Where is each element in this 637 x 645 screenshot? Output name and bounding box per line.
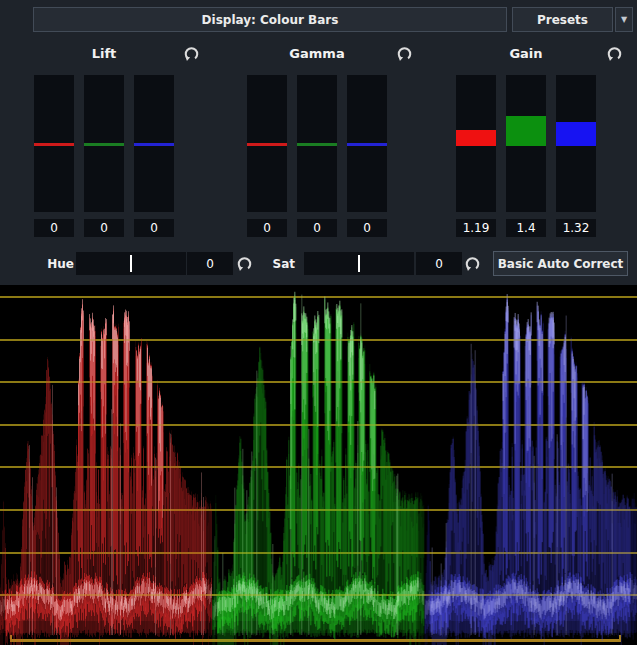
- slider-handle-blue[interactable]: [347, 143, 387, 146]
- gain-green-slider[interactable]: [506, 75, 546, 212]
- basic-auto-correct-label: Basic Auto Correct: [498, 257, 624, 271]
- sat-value[interactable]: 0: [416, 252, 462, 275]
- lift-section-label: Lift: [74, 46, 134, 61]
- slider-handle-green[interactable]: [84, 143, 124, 146]
- gain-blue-value[interactable]: 1.32: [556, 219, 596, 237]
- reset-icon: [396, 45, 413, 62]
- gamma-green-slider[interactable]: [297, 75, 337, 212]
- slider-handle-blue[interactable]: [556, 122, 596, 146]
- slider-handle-red[interactable]: [34, 143, 74, 146]
- basic-auto-correct-button[interactable]: Basic Auto Correct: [493, 251, 628, 276]
- presets-dropdown-button[interactable]: ▼: [615, 7, 633, 32]
- gamma-blue-value[interactable]: 0: [347, 219, 387, 237]
- gain-red-value[interactable]: 1.19: [456, 219, 496, 237]
- gamma-blue-slider[interactable]: [347, 75, 387, 212]
- display-mode-button[interactable]: Display: Colour Bars: [33, 7, 507, 32]
- slider-handle-red[interactable]: [247, 143, 287, 146]
- lift-blue-slider[interactable]: [134, 75, 174, 212]
- sat-label: Sat: [266, 252, 295, 275]
- sat-slider-marker: [358, 255, 360, 272]
- reset-icon: [606, 45, 623, 62]
- waveform-scope: [0, 285, 637, 645]
- lift-red-slider[interactable]: [34, 75, 74, 212]
- lift-reset-button[interactable]: [183, 45, 200, 62]
- gamma-section-label: Gamma: [287, 46, 347, 61]
- gamma-red-slider[interactable]: [247, 75, 287, 212]
- slider-handle-blue[interactable]: [134, 143, 174, 146]
- gain-green-value[interactable]: 1.4: [506, 219, 546, 237]
- presets-label: Presets: [537, 13, 588, 27]
- lift-green-slider[interactable]: [84, 75, 124, 212]
- lift-red-value[interactable]: 0: [34, 219, 74, 237]
- hue-slider[interactable]: [76, 252, 186, 275]
- gamma-reset-button[interactable]: [396, 45, 413, 62]
- reset-icon: [236, 255, 253, 272]
- gain-blue-slider[interactable]: [556, 75, 596, 212]
- display-mode-label: Display: Colour Bars: [202, 13, 339, 27]
- gain-red-slider[interactable]: [456, 75, 496, 212]
- presets-button[interactable]: Presets: [512, 7, 613, 32]
- gain-reset-button[interactable]: [606, 45, 623, 62]
- gamma-green-value[interactable]: 0: [297, 219, 337, 237]
- lift-blue-value[interactable]: 0: [134, 219, 174, 237]
- sat-reset-button[interactable]: [464, 255, 481, 272]
- hue-label: Hue: [40, 252, 74, 275]
- slider-handle-red[interactable]: [456, 130, 496, 146]
- reset-icon: [183, 45, 200, 62]
- hue-value[interactable]: 0: [187, 252, 233, 275]
- chevron-down-icon: ▼: [621, 15, 627, 24]
- waveform-canvas: [0, 285, 637, 645]
- slider-handle-green[interactable]: [506, 116, 546, 146]
- lift-green-value[interactable]: 0: [84, 219, 124, 237]
- hue-slider-marker: [130, 255, 132, 272]
- gain-section-label: Gain: [496, 46, 556, 61]
- reset-icon: [464, 255, 481, 272]
- gamma-red-value[interactable]: 0: [247, 219, 287, 237]
- hue-reset-button[interactable]: [236, 255, 253, 272]
- colour-correction-panel: Display: Colour Bars Presets ▼ Lift Gamm…: [0, 0, 637, 645]
- slider-handle-green[interactable]: [297, 143, 337, 146]
- sat-slider[interactable]: [304, 252, 414, 275]
